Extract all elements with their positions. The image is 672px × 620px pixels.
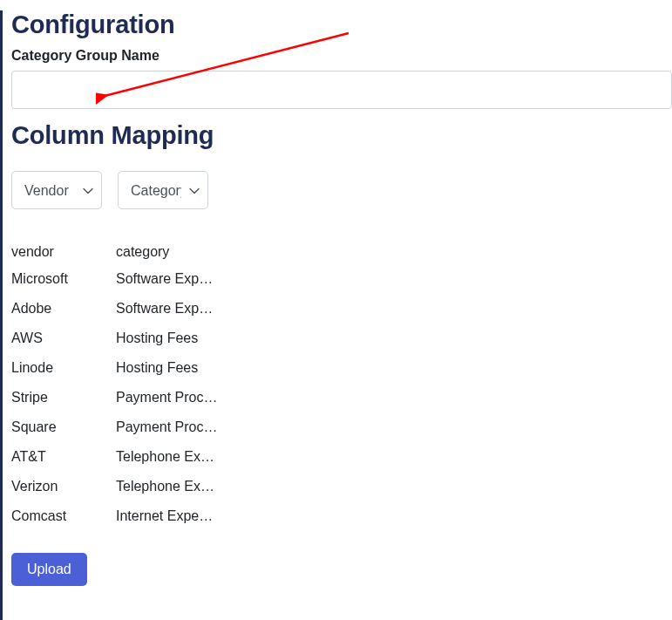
table-header-category: category: [116, 244, 221, 260]
vendor-select[interactable]: Vendor: [11, 171, 102, 209]
table-cell-category: Internet Expense: [116, 506, 221, 527]
mapping-table: vendor category Microsoft Software Expen…: [11, 244, 672, 527]
category-group-label: Category Group Name: [11, 48, 672, 64]
table-cell-vendor: Verizon: [11, 476, 116, 497]
table-cell-category: Software Expense: [116, 298, 221, 319]
table-cell-vendor: Adobe: [11, 298, 116, 319]
table-cell-vendor: Square: [11, 417, 116, 438]
category-group-input[interactable]: [11, 71, 672, 109]
table-cell-category: Software Expense: [116, 269, 221, 290]
table-cell-vendor: Stripe: [11, 387, 116, 408]
table-cell-vendor: Microsoft: [11, 269, 116, 290]
table-cell-category: Payment Processing: [116, 417, 221, 438]
table-cell-category: Telephone Expense: [116, 476, 221, 497]
table-cell-vendor: Linode: [11, 358, 116, 378]
table-cell-category: Telephone Expense: [116, 446, 221, 467]
column-mapping-heading: Column Mapping: [11, 121, 672, 150]
table-header-vendor: vendor: [11, 244, 116, 260]
upload-button[interactable]: Upload: [11, 553, 87, 586]
table-cell-vendor: Comcast: [11, 506, 116, 527]
configuration-heading: Configuration: [11, 10, 672, 39]
table-cell-category: Hosting Fees: [116, 328, 221, 349]
table-cell-vendor: AWS: [11, 328, 116, 349]
table-cell-category: Hosting Fees: [116, 358, 221, 378]
column-selects-row: Vendor Category: [11, 171, 672, 209]
table-cell-vendor: AT&T: [11, 446, 116, 467]
category-select[interactable]: Category: [118, 171, 208, 209]
table-cell-category: Payment Processing: [116, 387, 221, 408]
